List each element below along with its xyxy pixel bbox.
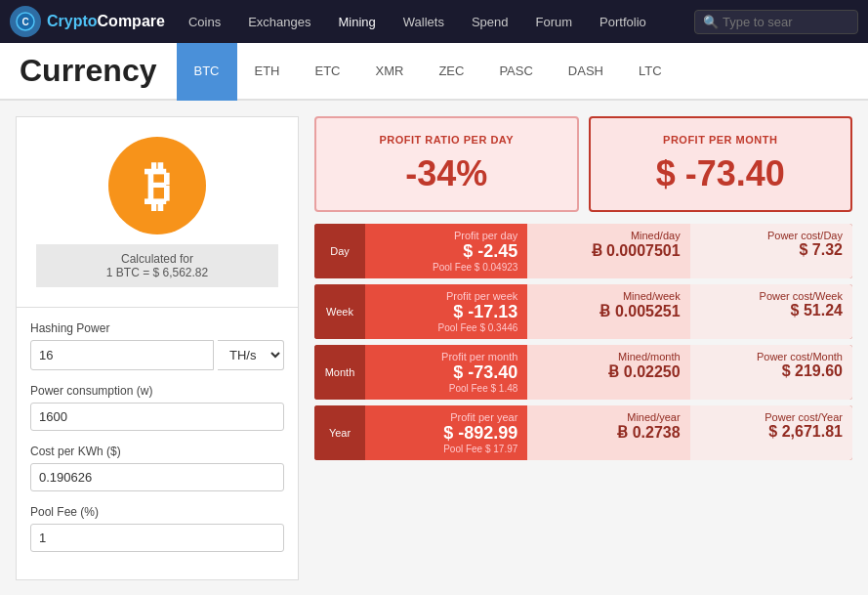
profit-cell: Profit per month $ -73.40 Pool Fee $ 1.4… <box>365 345 527 400</box>
summary-card-ratio: PROFIT RATIO PER DAY -34% <box>314 116 579 212</box>
pool-fee-value: Pool Fee $ 1.48 <box>375 383 517 394</box>
power-label: Power cost/Week <box>700 290 843 302</box>
nav-links: Coins Exchanges Mining Wallets Spend For… <box>175 0 694 43</box>
search-input[interactable] <box>723 15 849 29</box>
pool-fee-value: Pool Fee $ 17.97 <box>375 444 517 454</box>
pool-fee-label: Pool Fee (%) <box>30 505 284 519</box>
calculated-for: Calculated for 1 BTC = $ 6,562.82 <box>36 244 278 287</box>
tab-zec[interactable]: ZEC <box>421 43 481 101</box>
pool-fee-value: Pool Fee $ 0.04923 <box>375 262 517 273</box>
pool-fee-value: Pool Fee $ 0.3446 <box>375 322 517 333</box>
hashing-power-input[interactable] <box>30 340 214 370</box>
hashing-power-label: Hashing Power <box>30 321 284 335</box>
pool-fee-input[interactable] <box>30 524 284 552</box>
tab-eth[interactable]: ETH <box>237 43 298 101</box>
period-label: Month <box>314 345 365 400</box>
summary-cards: PROFIT RATIO PER DAY -34% PROFIT PER MON… <box>314 116 852 212</box>
summary-card-month: PROFIT PER MONTH $ -73.40 <box>589 116 853 212</box>
mined-label: Mined/year <box>537 411 680 423</box>
power-value: $ 219.60 <box>700 362 843 380</box>
tab-btc[interactable]: BTC <box>177 43 237 101</box>
btc-logo: ₿ <box>108 137 206 234</box>
mined-value: Ƀ 0.005251 <box>537 302 680 320</box>
mined-cell: Mined/month Ƀ 0.02250 <box>527 345 689 400</box>
mined-value: Ƀ 0.2738 <box>537 423 680 442</box>
power-value: $ 7.32 <box>700 241 843 259</box>
cost-per-kwh-label: Cost per KWh ($) <box>30 445 284 458</box>
profit-value: $ -73.40 <box>375 362 517 383</box>
tab-dash[interactable]: DASH <box>551 43 621 101</box>
ratio-value: -34% <box>332 153 561 194</box>
calculated-for-line2: 1 BTC = $ 6,562.82 <box>44 266 270 279</box>
hashing-power-group: Hashing Power TH/s GH/s MH/s <box>30 321 284 370</box>
month-label: PROFIT PER MONTH <box>606 134 836 146</box>
period-label: Year <box>314 405 365 460</box>
calculated-for-line1: Calculated for <box>44 252 270 266</box>
hashing-power-unit-select[interactable]: TH/s GH/s MH/s <box>218 340 284 370</box>
mined-value: Ƀ 0.0007501 <box>537 241 680 260</box>
hashing-power-row: TH/s GH/s MH/s <box>30 340 284 370</box>
nav-spend[interactable]: Spend <box>458 0 522 43</box>
profit-label: Profit per month <box>375 351 517 362</box>
power-label: Power cost/Year <box>700 411 843 423</box>
nav-mining[interactable]: Mining <box>325 0 390 43</box>
profit-value: $ -2.45 <box>375 241 517 262</box>
mined-cell: Mined/day Ƀ 0.0007501 <box>527 224 689 278</box>
power-cell: Power cost/Month $ 219.60 <box>690 345 852 400</box>
cost-per-kwh-group: Cost per KWh ($) <box>30 445 284 491</box>
mined-cell: Mined/year Ƀ 0.2738 <box>527 405 689 460</box>
power-consumption-group: Power consumption (w) <box>30 384 284 431</box>
ratio-label: PROFIT RATIO PER DAY <box>332 134 561 146</box>
right-panel: PROFIT RATIO PER DAY -34% PROFIT PER MON… <box>314 116 852 580</box>
table-row: Day Profit per day $ -2.45 Pool Fee $ 0.… <box>314 224 852 278</box>
nav-wallets[interactable]: Wallets <box>390 0 458 43</box>
power-cell: Power cost/Year $ 2,671.81 <box>690 405 852 460</box>
logo-icon: C <box>10 6 41 37</box>
currency-tabs: BTC ETH ETC XMR ZEC PASC DASH LTC <box>177 43 680 99</box>
nav-forum[interactable]: Forum <box>522 0 587 43</box>
search-box: 🔍 <box>694 10 858 34</box>
profit-value: $ -892.99 <box>375 423 517 444</box>
nav-coins[interactable]: Coins <box>175 0 234 43</box>
logo[interactable]: C CryptoCompare <box>10 6 165 37</box>
mined-cell: Mined/week Ƀ 0.005251 <box>527 284 689 339</box>
profit-cell: Profit per year $ -892.99 Pool Fee $ 17.… <box>365 405 527 460</box>
navbar: C CryptoCompare Coins Exchanges Mining W… <box>0 0 868 43</box>
main-content: ₿ Calculated for 1 BTC = $ 6,562.82 Hash… <box>0 101 868 595</box>
search-icon: 🔍 <box>703 15 719 29</box>
tab-etc[interactable]: ETC <box>298 43 358 101</box>
pool-fee-group: Pool Fee (%) <box>30 505 284 552</box>
power-cell: Power cost/Week $ 51.24 <box>690 284 852 339</box>
power-label: Power cost/Day <box>700 230 843 241</box>
tab-ltc[interactable]: LTC <box>621 43 680 101</box>
power-consumption-input[interactable] <box>30 403 284 431</box>
table-row: Week Profit per week $ -17.13 Pool Fee $… <box>314 284 852 339</box>
tab-pasc[interactable]: PASC <box>481 43 550 101</box>
nav-exchanges[interactable]: Exchanges <box>234 0 324 43</box>
coin-logo-box: ₿ Calculated for 1 BTC = $ 6,562.82 <box>16 116 299 308</box>
power-value: $ 51.24 <box>700 302 843 319</box>
period-label: Day <box>314 224 365 278</box>
profit-value: $ -17.13 <box>375 302 517 322</box>
page-title: Currency <box>20 43 177 99</box>
power-value: $ 2,671.81 <box>700 423 843 441</box>
currency-header: Currency BTC ETH ETC XMR ZEC PASC DASH L… <box>0 43 868 101</box>
logo-text: CryptoCompare <box>47 13 165 30</box>
power-label: Power cost/Month <box>700 351 843 362</box>
profit-cell: Profit per day $ -2.45 Pool Fee $ 0.0492… <box>365 224 527 278</box>
period-label: Week <box>314 284 365 339</box>
profit-label: Profit per year <box>375 411 517 423</box>
power-consumption-label: Power consumption (w) <box>30 384 284 398</box>
mined-value: Ƀ 0.02250 <box>537 362 680 381</box>
left-panel: ₿ Calculated for 1 BTC = $ 6,562.82 Hash… <box>16 116 299 580</box>
cost-per-kwh-input[interactable] <box>30 463 284 491</box>
profit-label: Profit per week <box>375 290 517 302</box>
table-row: Year Profit per year $ -892.99 Pool Fee … <box>314 405 852 460</box>
tab-xmr[interactable]: XMR <box>358 43 422 101</box>
mined-label: Mined/week <box>537 290 680 302</box>
mined-label: Mined/day <box>537 230 680 241</box>
form-section: Hashing Power TH/s GH/s MH/s Power consu… <box>16 308 299 580</box>
month-value: $ -73.40 <box>606 153 836 194</box>
mined-label: Mined/month <box>537 351 680 362</box>
nav-portfolio[interactable]: Portfolio <box>586 0 660 43</box>
